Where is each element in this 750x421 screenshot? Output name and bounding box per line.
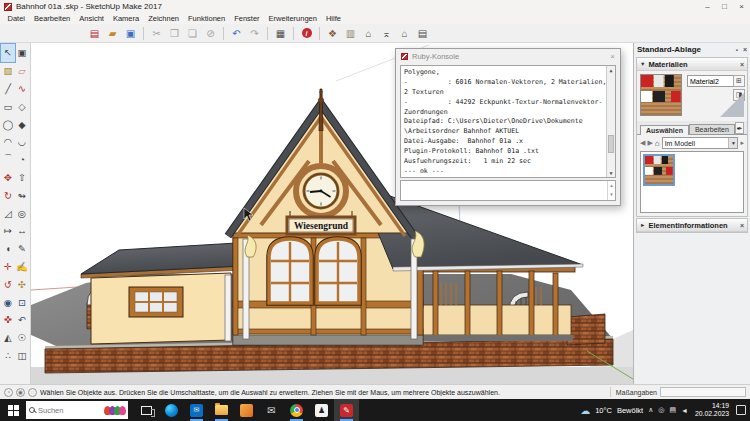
geolocation-icon[interactable]: ◔ [4,388,13,397]
plugin-button-3[interactable]: ⌂ [360,25,377,41]
materials-close-icon[interactable]: × [740,61,744,68]
plugin-button-6[interactable]: ▤ [414,25,431,41]
follow-me-tool[interactable]: ↬ [15,186,29,204]
tape-measure-tool[interactable]: ↦ [1,222,15,240]
copy-button[interactable]: ❐ [166,25,183,41]
input-scroll-up-icon[interactable]: ▲ [608,181,615,190]
home-icon[interactable]: ⌂ [655,139,660,148]
position-camera-tool[interactable]: ◭ [1,329,15,347]
print-button[interactable]: ▦ [272,25,289,41]
taskbar-outlook[interactable]: ✉ [259,399,284,421]
model-info-button[interactable]: i [298,25,315,41]
zoom-window-tool[interactable]: ⊡ [15,293,29,311]
dimension-tool[interactable]: ↔ [15,222,29,240]
menu-bearbeiten[interactable]: Bearbeiten [30,13,75,24]
weather-condition[interactable]: Bewölkt [617,406,643,415]
menu-zeichnen[interactable]: Zeichnen [144,13,184,24]
menu-erweiterungen[interactable]: Erweiterungen [264,13,321,24]
cut-button[interactable]: ✂ [148,25,165,41]
maximize-button[interactable]: □ [716,0,733,13]
rotated-rectangle-tool[interactable]: ◇ [15,97,29,115]
make-component-tool[interactable]: ▣ [15,44,29,62]
material-list[interactable] [640,151,744,213]
ruby-console-input[interactable] [401,183,615,202]
section-plane-tool[interactable]: ◫ [15,347,29,365]
look-around-tool[interactable]: ☉ [15,329,29,347]
details-arrow-icon[interactable]: ▸ [740,139,744,147]
line-tool[interactable]: ╱ [1,80,15,98]
start-button[interactable] [0,399,26,421]
menu-funktionen[interactable]: Funktionen [184,13,230,24]
plugin-button-5[interactable]: ⌂ [396,25,413,41]
taskbar-camera-app[interactable]: ♟ [309,399,334,421]
expand-icon[interactable]: ► [640,222,645,228]
3d-text-tool[interactable]: ✍ [15,258,29,276]
menu-ansicht[interactable]: Ansicht [75,13,109,24]
rectangle-tool[interactable]: ▭ [1,97,15,115]
tray-close-icon[interactable]: × [743,46,747,53]
credits-icon[interactable]: ◉ [16,388,25,397]
scale-tool[interactable]: ◿ [1,204,15,222]
task-view-button[interactable] [134,399,159,421]
push-pull-tool[interactable]: ⇧ [15,169,29,187]
scroll-up-icon[interactable]: ▲ [609,67,612,73]
select-tool[interactable]: ↖ [1,44,15,62]
orbit-tool[interactable]: ↺ [1,275,15,293]
tray-network-icon[interactable]: ▤ [669,406,676,414]
rotate-tool[interactable]: ↻ [1,186,15,204]
tab-bearbeiten[interactable]: Bearbeiten [689,124,735,134]
materials-header[interactable]: ▼ Materialien × [637,58,747,71]
minimize-button[interactable]: – [699,0,716,13]
plugin-button-2[interactable]: ▥ [342,25,359,41]
back-arrow-icon[interactable]: ◀ [640,139,645,147]
taskbar-explorer[interactable] [209,399,234,421]
forward-arrow-icon[interactable]: ▶ [647,139,652,147]
menu-hilfe[interactable]: Hilfe [321,13,345,24]
zoom-extents-tool[interactable]: ✜ [1,311,15,329]
entity-info-header[interactable]: ► Elementinformationen × [637,219,747,232]
menu-datei[interactable]: Datei [3,13,30,24]
ruby-console-titlebar[interactable]: Ruby-Konsole × [396,49,620,64]
collapse-icon[interactable]: ▼ [640,61,645,67]
polygon-tool[interactable]: ◆ [15,115,29,133]
freehand-tool[interactable]: ∿ [15,80,29,98]
three-point-arc-tool[interactable]: ⌒ [1,151,15,169]
search-input[interactable] [38,406,90,415]
help-icon[interactable]: ◌ [28,388,37,397]
erase-button[interactable]: ⊘ [202,25,219,41]
material-list-item-selected[interactable] [643,154,675,186]
create-material-button[interactable]: ⊞ [733,75,745,87]
axes-tool[interactable]: ✛ [1,258,15,276]
tab-auswaehlen[interactable]: Auswählen [640,125,689,135]
save-button[interactable]: ▣ [122,25,139,41]
menu-kamera[interactable]: Kamera [108,13,143,24]
menu-fenster[interactable]: Fenster [230,13,264,24]
new-button[interactable]: ▤ [86,25,103,41]
tray-onedrive-icon[interactable]: ◎ [658,406,664,414]
two-point-arc-tool[interactable]: ◡ [15,133,29,151]
paint-bucket-tool[interactable]: ▨ [1,62,15,80]
pan-tool[interactable]: ✣ [15,275,29,293]
pin-icon[interactable]: ▪ [736,47,738,53]
close-button[interactable]: × [733,0,750,13]
redo-button[interactable]: ↷ [246,25,263,41]
weather-cloud-icon[interactable]: ☁ [580,405,590,416]
tray-clock[interactable]: 14:19 20.02.2023 [695,402,729,418]
circle-tool[interactable]: ◯ [1,115,15,133]
taskbar-sketchup[interactable]: ✎ [334,399,359,421]
ruby-console-dialog[interactable]: Ruby-Konsole × Polygone, - : 6016 Normal… [395,48,621,206]
entity-info-close-icon[interactable]: × [740,222,744,229]
previous-view-tool[interactable]: ↶ [15,311,29,329]
console-scrollbar[interactable]: ▲ ▼ [606,66,615,177]
taskbar-search[interactable] [26,401,128,419]
pie-tool[interactable]: ◔ [15,151,29,169]
arc-tool[interactable]: ◠ [1,133,15,151]
collection-dropdown[interactable]: Im Modell ▼ [662,137,739,149]
taskbar-photos[interactable] [234,399,259,421]
tray-expand-icon[interactable]: ∧ [648,406,653,414]
move-tool[interactable]: ✥ [1,169,15,187]
zoom-tool[interactable]: ◉ [1,293,15,311]
measurements-input[interactable] [660,387,746,397]
scroll-down-icon[interactable]: ▼ [607,169,615,177]
notification-center-icon[interactable] [736,405,746,415]
